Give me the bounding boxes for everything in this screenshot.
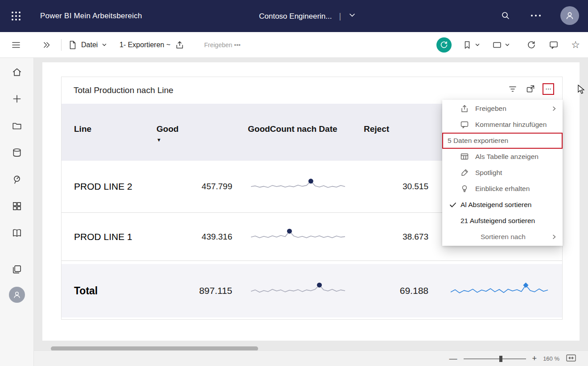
column-header-line[interactable]: Line (74, 124, 156, 134)
workspace-avatar[interactable] (9, 287, 25, 303)
bookmarks-dropdown[interactable] (462, 40, 481, 50)
zoom-out-button[interactable]: — (449, 354, 457, 363)
cell-reject-value: 38.673 (355, 232, 433, 242)
menu-item-add-comment[interactable]: Kommentar hinzufügen (442, 117, 563, 133)
focus-mode-icon[interactable] (525, 83, 536, 95)
chevron-down-icon (474, 42, 481, 48)
report-title: Contoso Engineerin... (259, 12, 332, 21)
toolbar-divider (61, 39, 62, 51)
metrics-goals-icon[interactable] (12, 174, 22, 185)
submenu-chevron-icon (551, 234, 557, 240)
chevron-down-icon (504, 42, 510, 48)
share-button[interactable]: Freigeben ••• (204, 32, 241, 58)
cell-line-name: PROD LINE 2 (74, 181, 156, 192)
report-title-group[interactable]: Contoso Engineerin... | (259, 11, 356, 21)
toolbar-overflow-dots: ••• (234, 41, 241, 49)
menu-item-get-insights[interactable]: Einblicke erhalten (442, 181, 563, 197)
rejectcount-total-sparkline (448, 281, 551, 301)
status-bar: — + 160 % (34, 350, 588, 366)
file-menu-label: Datei (81, 41, 98, 49)
file-menu[interactable]: Datei (68, 32, 107, 58)
check-icon (449, 201, 457, 209)
toolbar-right-actions: ☆ (436, 32, 580, 58)
report-page: Total Production nach Line Line Good (42, 62, 580, 341)
app-launcher-icon[interactable] (12, 12, 21, 20)
report-toolbar: Datei 1- Exportieren ~ Freigeben ••• (0, 32, 588, 58)
data-hub-icon[interactable] (12, 147, 22, 158)
menu-item-share[interactable]: Freigeben (442, 101, 563, 117)
cell-total-reject: 69.188 (355, 285, 433, 296)
chevron-down-icon[interactable] (348, 11, 356, 21)
filter-icon[interactable] (507, 83, 518, 95)
create-new-icon[interactable] (12, 94, 22, 104)
goodcount-total-sparkline (248, 281, 348, 301)
topbar-actions (501, 6, 579, 25)
visual-more-options-icon[interactable] (543, 83, 554, 95)
title-divider: | (339, 12, 341, 21)
left-nav-sidebar (0, 58, 34, 366)
table-total-row[interactable]: Total 897.115 69.188 (62, 264, 562, 317)
zoom-slider-handle[interactable] (499, 356, 502, 362)
column-header-goodcount[interactable]: GoodCount nach Date (234, 124, 355, 134)
zoom-controls: — + 160 % (449, 351, 576, 366)
workspace-title: Power BI Mein Arbeitsbereich (40, 12, 142, 20)
update-app-button[interactable] (436, 37, 452, 53)
menu-item-export-data[interactable]: 5 Daten exportieren (442, 133, 563, 149)
share-button-label: Freigeben (204, 41, 232, 49)
apps-icon[interactable] (12, 201, 22, 211)
submenu-chevron-icon (551, 106, 557, 112)
powerbi-app: Power BI Mein Arbeitsbereich Contoso Eng… (0, 0, 588, 366)
expand-pane-icon[interactable] (42, 32, 52, 58)
sort-descending-indicator: ▼ (156, 137, 234, 142)
fit-to-page-icon[interactable] (566, 354, 576, 364)
comments-icon[interactable] (549, 40, 559, 50)
cell-good-value: 439.316 (156, 232, 234, 242)
cell-line-name: PROD LINE 1 (74, 232, 156, 242)
view-dropdown[interactable] (492, 40, 510, 50)
cell-good-value: 457.799 (156, 182, 234, 191)
zoom-slider[interactable] (464, 356, 526, 362)
account-avatar[interactable] (560, 6, 579, 25)
export-menu-label: 1- Exportieren ~ (119, 41, 170, 49)
menu-item-show-as-table[interactable]: Als Tabelle anzeigen (442, 149, 563, 165)
top-bar: Power BI Mein Arbeitsbereich Contoso Eng… (0, 0, 588, 32)
cell-total-good: 897.115 (156, 285, 234, 296)
refresh-icon[interactable] (526, 40, 536, 50)
report-canvas-area: Total Production nach Line Line Good (34, 58, 588, 350)
home-icon[interactable] (12, 67, 22, 77)
menu-item-sort-ascending[interactable]: 21 Aufsteigend sortieren (442, 213, 563, 229)
visual-context-menu: Freigeben Kommentar hinzufügen 5 Daten e… (442, 100, 563, 246)
menu-item-sort-by[interactable]: Sortieren nach (442, 229, 563, 245)
column-header-reject[interactable]: Reject (355, 124, 433, 134)
workspaces-icon[interactable] (12, 264, 22, 275)
cell-total-label: Total (74, 285, 156, 297)
column-header-good[interactable]: Good ▼ (156, 124, 234, 142)
zoom-level-label: 160 % (543, 355, 559, 362)
menu-item-sort-descending[interactable]: Al Absteigend sortieren (442, 197, 563, 213)
cell-reject-value: 30.515 (355, 182, 433, 191)
visual-title: Total Production nach Line (74, 85, 173, 95)
browse-folder-icon[interactable] (12, 121, 22, 131)
goodcount-sparkline (248, 176, 348, 197)
more-options-icon[interactable] (531, 11, 541, 20)
learn-book-icon[interactable] (12, 228, 22, 238)
nav-pane-toggle-icon[interactable] (11, 32, 21, 58)
menu-item-spotlight[interactable]: Spotlight (442, 165, 563, 181)
zoom-in-button[interactable]: + (532, 354, 537, 363)
visual-header-icons (507, 83, 554, 95)
export-menu[interactable]: 1- Exportieren ~ (119, 32, 185, 58)
search-icon[interactable] (501, 11, 510, 20)
goodcount-sparkline (248, 227, 348, 247)
favorite-star-icon[interactable]: ☆ (571, 40, 580, 50)
